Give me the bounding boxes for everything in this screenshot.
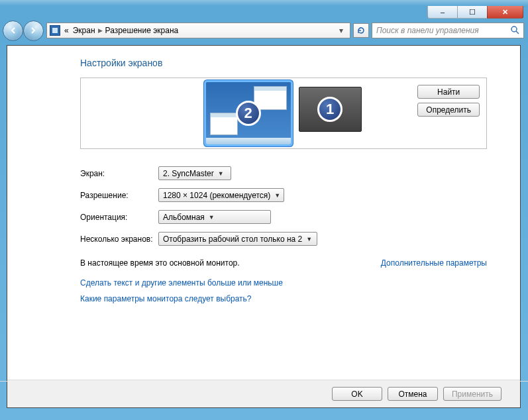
window-controls: – ☐ ✕ [427,6,523,19]
search-placeholder: Поиск в панели управления [376,26,479,35]
breadcrumb-prefix: « [64,26,69,35]
primary-monitor-status: В настоящее время это основной монитор. [80,258,240,268]
status-row: В настоящее время это основной монитор. … [80,258,487,268]
refresh-button[interactable] [353,23,369,38]
monitor-1[interactable]: 1 [299,87,362,132]
bottom-links: Сделать текст и другие элементы больше и… [80,278,487,303]
page-title: Настройки экранов [80,58,487,68]
resolution-dropdown[interactable]: 1280 × 1024 (рекомендуется) ▼ [158,188,284,202]
text-size-link[interactable]: Сделать текст и другие элементы больше и… [80,278,487,288]
maximize-button[interactable]: ☐ [457,6,487,19]
content-area: Настройки экранов 2 1 Найти Определить Э… [7,46,520,380]
monitor-preview[interactable]: 2 1 Найти Определить [80,78,487,149]
refresh-icon [356,26,366,35]
orientation-value: Альбомная [163,213,205,222]
search-input[interactable]: Поиск в панели управления [372,23,524,38]
back-button[interactable] [3,21,23,41]
address-dropdown[interactable]: ▾ [335,24,347,37]
ok-button[interactable]: OK [332,387,382,401]
chevron-down-icon: ▼ [218,170,224,177]
taskbar-preview [206,138,291,144]
chevron-down-icon: ▼ [306,236,312,242]
cancel-button[interactable]: Отмена [388,387,438,401]
chevron-down-icon: ▼ [274,192,280,199]
monitor-number: 2 [236,101,261,126]
address-bar[interactable]: « Экран ▶ Разрешение экрана ▾ [46,23,350,38]
mini-window-icon [210,113,238,135]
arrow-right-icon [30,26,38,34]
close-button[interactable]: ✕ [487,6,523,19]
titlebar-glass [0,0,528,6]
multiple-value: Отобразить рабочий стол только на 2 [163,235,302,244]
minimize-button[interactable]: – [427,6,457,19]
arrow-left-icon [9,26,17,34]
identify-button[interactable]: Определить [417,103,480,117]
multiple-label: Несколько экранов: [80,235,158,244]
window-body: Настройки экранов 2 1 Найти Определить Э… [7,45,521,408]
form-row-multiple: Несколько экранов: Отобразить рабочий ст… [80,232,487,246]
resolution-label: Разрешение: [80,191,158,200]
advanced-settings-link[interactable]: Дополнительные параметры [381,258,487,268]
control-panel-icon [50,25,60,36]
find-button[interactable]: Найти [417,85,480,99]
which-params-link[interactable]: Какие параметры монитора следует выбрать… [80,294,487,303]
form-row-resolution: Разрешение: 1280 × 1024 (рекомендуется) … [80,188,487,202]
monitor-2[interactable]: 2 [206,82,291,144]
screen-label: Экран: [80,169,158,178]
svg-point-0 [511,26,517,32]
chevron-right-icon[interactable]: ▶ [98,27,103,34]
search-icon[interactable] [510,25,519,36]
preview-side-buttons: Найти Определить [417,85,480,117]
orientation-dropdown[interactable]: Альбомная ▼ [158,210,271,224]
resolution-value: 1280 × 1024 (рекомендуется) [163,191,270,200]
chevron-down-icon: ▼ [209,214,215,221]
svg-line-1 [516,31,519,34]
screen-dropdown[interactable]: 2. SyncMaster ▼ [158,166,231,180]
breadcrumb-item[interactable]: Экран [73,26,95,35]
apply-button[interactable]: Применить [443,387,502,401]
orientation-label: Ориентация: [80,213,158,222]
multiple-dropdown[interactable]: Отобразить рабочий стол только на 2 ▼ [158,232,317,246]
screen-value: 2. SyncMaster [163,169,214,178]
footer: OK Отмена Применить [7,380,520,407]
nav-arrows [3,21,44,41]
form-row-screen: Экран: 2. SyncMaster ▼ [80,166,487,180]
forward-button[interactable] [23,21,44,41]
breadcrumb-item[interactable]: Разрешение экрана [105,26,179,35]
form-row-orientation: Ориентация: Альбомная ▼ [80,210,487,224]
navigation-row: « Экран ▶ Разрешение экрана ▾ Поиск в па… [3,20,524,41]
monitor-number: 1 [317,97,343,122]
